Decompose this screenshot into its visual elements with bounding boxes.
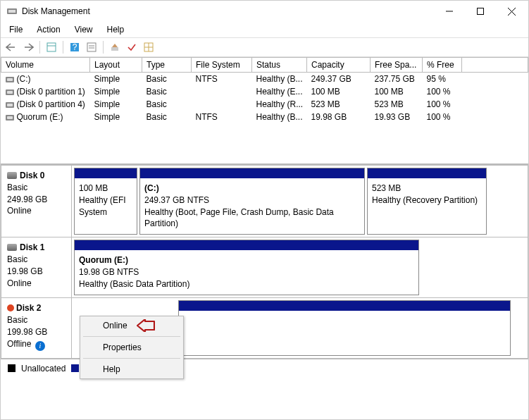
maximize-button[interactable] — [465, 1, 496, 21]
column-header[interactable]: % Free — [423, 58, 462, 73]
table-cell: Healthy (R... — [252, 98, 307, 111]
column-header[interactable]: Type — [142, 58, 192, 73]
table-cell: 100 MB — [371, 85, 423, 98]
svg-rect-6 — [47, 43, 56, 51]
table-cell: (Disk 0 partition 1) — [1, 85, 90, 98]
partition[interactable]: 100 MBHealthy (EFI System — [74, 168, 137, 235]
legend-swatch-unallocated — [8, 364, 15, 372]
partition[interactable]: 523 MBHealthy (Recovery Partition) — [367, 168, 487, 235]
table-row[interactable]: Quorum (E:)SimpleBasicNTFSHealthy (B...1… — [1, 111, 528, 123]
context-menu-separator — [83, 358, 180, 359]
table-cell: (C:) — [1, 73, 90, 86]
svg-rect-1 — [8, 10, 15, 13]
disk-row: Disk 1Basic19.98 GBOnlineQuorum (E:)19.9… — [1, 237, 528, 298]
table-cell: NTFS — [192, 73, 252, 86]
table-cell: NTFS — [192, 111, 252, 123]
table-cell — [192, 98, 252, 111]
minimize-button[interactable] — [434, 1, 465, 21]
table-cell: 523 MB — [307, 98, 371, 111]
menu-help[interactable]: Help — [101, 23, 130, 36]
disk-row: Disk 0Basic249.98 GBOnline100 MBHealthy … — [1, 165, 528, 237]
table-cell: Basic — [142, 73, 192, 86]
table-cell: Healthy (B... — [252, 111, 307, 123]
table-cell: Quorum (E:) — [1, 111, 90, 123]
svg-text:?: ? — [73, 42, 77, 52]
toolbar: ? — [1, 37, 528, 57]
table-cell: 100 MB — [307, 85, 371, 98]
table-cell: Healthy (E... — [252, 85, 307, 98]
column-header[interactable]: Capacity — [307, 58, 371, 73]
table-cell: Basic — [142, 85, 192, 98]
svg-rect-3 — [478, 8, 484, 15]
table-cell: Healthy (B... — [252, 73, 307, 86]
table-cell: 100 % — [423, 98, 462, 111]
context-menu: Online Properties Help — [80, 316, 184, 379]
table-cell: Basic — [142, 98, 192, 111]
table-cell: 19.98 GB — [307, 111, 371, 123]
annotation-arrow-icon — [137, 319, 155, 332]
table-cell: Simple — [90, 98, 142, 111]
volume-list: VolumeLayoutTypeFile SystemStatusCapacit… — [1, 57, 528, 164]
column-header[interactable]: File System — [192, 58, 252, 73]
titlebar: Disk Management — [1, 1, 528, 22]
table-cell: 19.93 GB — [371, 111, 423, 123]
column-header[interactable]: Status — [252, 58, 307, 73]
grid-icon[interactable] — [141, 39, 156, 55]
partition[interactable]: Quorum (E:)19.98 GB NTFSHealthy (Basic D… — [74, 240, 419, 295]
column-header[interactable]: Free Spa... — [371, 58, 423, 73]
disk-info[interactable]: Disk 0Basic249.98 GBOnline — [1, 166, 72, 237]
svg-rect-13 — [111, 47, 118, 51]
manage-icon[interactable] — [107, 39, 123, 55]
table-cell: 249.37 GB — [307, 73, 371, 86]
context-menu-separator — [83, 336, 180, 337]
table-cell: 100 % — [423, 85, 462, 98]
partition-area: Quorum (E:)19.98 GB NTFSHealthy (Basic D… — [72, 237, 528, 297]
context-menu-online[interactable]: Online — [80, 316, 183, 335]
table-cell — [192, 85, 252, 98]
disk-info[interactable]: Disk 2Basic199.98 GBOffline i — [1, 298, 72, 358]
table-cell: 100 % — [423, 111, 462, 123]
table-row[interactable]: (Disk 0 partition 1)SimpleBasicHealthy (… — [1, 85, 528, 98]
context-menu-properties[interactable]: Properties — [80, 338, 183, 357]
table-cell: 237.75 GB — [371, 73, 423, 86]
table-row[interactable]: (Disk 0 partition 4)SimpleBasicHealthy (… — [1, 98, 528, 111]
partition[interactable]: (C:)249.37 GB NTFSHealthy (Boot, Page Fi… — [139, 168, 365, 235]
table-row[interactable]: (C:)SimpleBasicNTFSHealthy (B...249.37 G… — [1, 73, 528, 86]
settings-list-icon[interactable] — [84, 39, 99, 55]
legend-unallocated: Unallocated — [21, 364, 66, 373]
table-cell: Simple — [90, 73, 142, 86]
column-header[interactable]: Layout — [90, 58, 142, 73]
close-button[interactable] — [496, 1, 527, 21]
disk-info[interactable]: Disk 1Basic19.98 GBOnline — [1, 237, 72, 297]
column-header[interactable]: Volume — [1, 58, 90, 73]
forward-button[interactable] — [20, 39, 36, 55]
menu-view[interactable]: View — [69, 23, 99, 36]
app-icon — [6, 6, 18, 17]
toolbar-separator — [63, 41, 63, 54]
table-cell: 523 MB — [371, 98, 423, 111]
menubar: File Action View Help — [1, 22, 528, 37]
toolbar-separator — [103, 41, 104, 54]
partition-area: 100 MBHealthy (EFI System(C:)249.37 GB N… — [72, 166, 528, 237]
table-cell: Simple — [90, 85, 142, 98]
context-menu-help[interactable]: Help — [80, 360, 183, 378]
toolbar-separator — [39, 41, 40, 54]
menu-action[interactable]: Action — [31, 23, 66, 36]
view-button[interactable] — [44, 39, 59, 55]
menu-file[interactable]: File — [4, 23, 28, 36]
partition[interactable] — [178, 300, 511, 356]
window-title: Disk Management — [22, 6, 434, 16]
svg-rect-10 — [87, 43, 96, 51]
back-button[interactable] — [4, 39, 19, 55]
table-cell: Simple — [90, 111, 142, 123]
table-cell: 95 % — [423, 73, 462, 86]
table-cell: Basic — [142, 111, 192, 123]
legend-swatch-primary — [71, 364, 79, 372]
table-cell: (Disk 0 partition 4) — [1, 98, 90, 111]
check-icon[interactable] — [124, 39, 139, 55]
help-button[interactable]: ? — [67, 39, 82, 55]
